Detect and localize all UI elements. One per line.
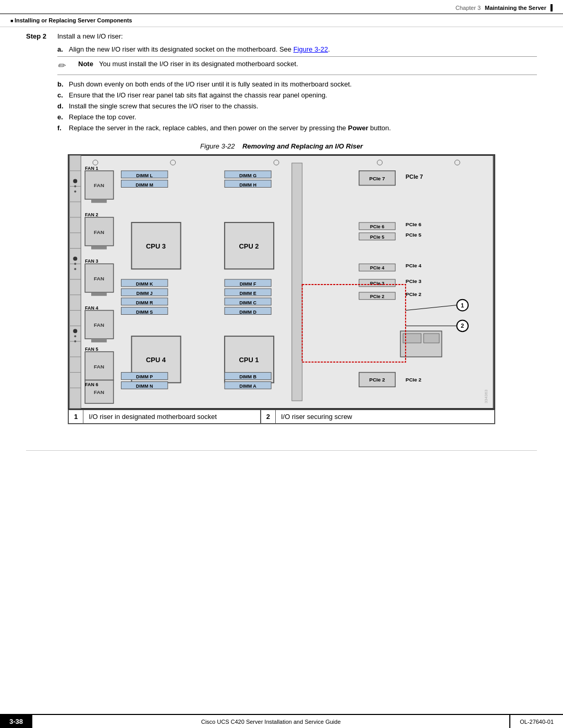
svg-text:PCIe 2: PCIe 2 — [406, 377, 422, 382]
header-bar — [550, 4, 553, 11]
svg-point-23 — [73, 329, 77, 333]
step-text: Install a new I/O riser: — [57, 32, 123, 40]
svg-text:PCIe 4: PCIe 4 — [406, 263, 422, 268]
sub-content-b: Push down evenly on both ends of the I/O… — [69, 80, 537, 88]
sub-label-e: e. — [57, 113, 69, 121]
sub-label-d: d. — [57, 102, 69, 110]
note-box: ✏ Note You must install the I/O riser in… — [57, 56, 537, 75]
legend-text-1: I/O riser in designated motherboard sock… — [89, 413, 217, 421]
svg-text:PCIe 2: PCIe 2 — [406, 291, 422, 297]
svg-text:DIMM D: DIMM D — [239, 310, 256, 315]
svg-text:PCIe 6: PCIe 6 — [406, 221, 422, 227]
svg-text:PCIe 2: PCIe 2 — [370, 294, 384, 299]
sub-step-f: f. Replace the server in the rack, repla… — [57, 124, 537, 132]
svg-text:FAN: FAN — [94, 182, 104, 188]
section-divider — [26, 450, 537, 451]
svg-text:FAN 3: FAN 3 — [85, 258, 98, 264]
svg-text:PCIe 7: PCIe 7 — [406, 174, 423, 180]
note-text: You must install the I/O riser in its de… — [99, 60, 298, 68]
chapter-label: Chapter 3 — [456, 5, 481, 11]
sub-step-b: b. Push down evenly on both ends of the … — [57, 80, 537, 88]
svg-text:DIMM H: DIMM H — [239, 182, 256, 188]
svg-point-19 — [74, 190, 76, 192]
svg-rect-1 — [69, 155, 81, 409]
sub-content-e: Replace the top cover. — [69, 113, 537, 121]
step-row: Step 2 Install a new I/O riser: — [26, 32, 537, 40]
page-title: Maintaining the Server — [485, 5, 546, 11]
svg-text:1: 1 — [461, 302, 464, 309]
svg-text:FAN 2: FAN 2 — [85, 212, 98, 217]
svg-point-22 — [74, 268, 76, 270]
figure-num: Figure 3-22 — [200, 142, 235, 150]
svg-text:DIMM J: DIMM J — [137, 291, 153, 296]
sub-label-a: a. — [57, 45, 69, 53]
sub-label-f: f. — [57, 124, 69, 132]
svg-text:2: 2 — [461, 323, 464, 329]
figure-link[interactable]: Figure 3-22 — [293, 45, 328, 53]
svg-text:FAN: FAN — [94, 389, 104, 395]
svg-text:PCIe 3: PCIe 3 — [406, 278, 422, 284]
legend-text-2: I/O riser securing screw — [281, 413, 352, 421]
svg-text:PCIe 4: PCIe 4 — [370, 265, 384, 270]
sub-step-e: e. Replace the top cover. — [57, 113, 537, 121]
svg-text:DIMM A: DIMM A — [239, 384, 256, 389]
svg-text:PCIe 5: PCIe 5 — [406, 232, 422, 238]
svg-text:DIMM C: DIMM C — [239, 300, 256, 305]
svg-text:PCIe 2: PCIe 2 — [369, 377, 385, 382]
svg-text:DIMM M: DIMM M — [136, 182, 153, 188]
svg-text:DIMM E: DIMM E — [239, 291, 256, 296]
legend-num-1: 1 — [74, 413, 78, 421]
svg-rect-110 — [424, 334, 439, 343]
svg-point-21 — [74, 263, 76, 265]
page-number: 3-38 — [0, 715, 32, 728]
svg-text:DIMM L: DIMM L — [136, 173, 153, 178]
svg-text:FAN: FAN — [94, 229, 104, 235]
svg-text:DIMM K: DIMM K — [136, 281, 153, 287]
svg-text:DIMM N: DIMM N — [136, 384, 153, 389]
figure-title: Removing and Replacing an I/O Riser — [242, 142, 363, 150]
sub-label-c: c. — [57, 91, 69, 99]
footer-doc-num: OL-27640-01 — [509, 715, 563, 728]
svg-text:334363: 334363 — [484, 389, 488, 403]
sub-steps: a. Align the new I/O riser with its desi… — [57, 45, 537, 132]
svg-point-24 — [74, 335, 76, 337]
svg-text:FAN 6: FAN 6 — [85, 382, 98, 387]
svg-text:FAN: FAN — [94, 364, 104, 369]
figure-legend: 1 I/O riser in designated motherboard so… — [68, 410, 495, 424]
svg-text:DIMM P: DIMM P — [136, 374, 153, 379]
legend-num-2: 2 — [266, 413, 270, 421]
main-content: Step 2 Install a new I/O riser: a. Align… — [0, 27, 563, 440]
svg-rect-36 — [91, 292, 107, 296]
svg-text:PCIe 3: PCIe 3 — [370, 281, 384, 286]
svg-text:DIMM B: DIMM B — [239, 374, 256, 379]
note-icon: ✏ — [57, 60, 73, 71]
sub-content-d: Install the single screw that secures th… — [69, 102, 537, 110]
step-label: Step 2 — [26, 32, 57, 40]
svg-rect-32 — [91, 246, 107, 250]
sub-step-d: d. Install the single screw that secures… — [57, 102, 537, 110]
svg-text:DIMM F: DIMM F — [240, 281, 256, 287]
svg-text:PCIe 7: PCIe 7 — [369, 176, 385, 181]
svg-rect-40 — [91, 339, 107, 342]
svg-rect-28 — [91, 199, 107, 203]
svg-point-17 — [73, 179, 77, 183]
sub-step-a: a. Align the new I/O riser with its desi… — [57, 45, 537, 53]
page-header: Chapter 3 Maintaining the Server — [0, 0, 563, 14]
section-title: Installing or Replacing Server Component… — [0, 14, 563, 27]
sub-content-c: Ensure that the I/O riser rear panel tab… — [69, 91, 537, 99]
sub-label-b: b. — [57, 80, 69, 88]
sub-content-f: Replace the server in the rack, replace … — [69, 124, 537, 132]
svg-text:FAN: FAN — [94, 276, 104, 281]
svg-text:CPU 2: CPU 2 — [239, 242, 259, 250]
svg-text:FAN 5: FAN 5 — [85, 347, 98, 352]
svg-text:PCIe 6: PCIe 6 — [370, 224, 384, 229]
svg-text:CPU 3: CPU 3 — [146, 242, 166, 250]
figure-container: Figure 3-22 Removing and Replacing an I/… — [26, 142, 537, 424]
svg-text:FAN 4: FAN 4 — [85, 305, 98, 311]
svg-rect-89 — [292, 163, 302, 401]
svg-text:PCIe 5: PCIe 5 — [370, 235, 384, 240]
svg-text:DIMM R: DIMM R — [136, 300, 153, 305]
svg-text:DIMM S: DIMM S — [136, 310, 153, 315]
svg-text:CPU 1: CPU 1 — [239, 356, 259, 364]
note-label: Note — [78, 60, 99, 68]
